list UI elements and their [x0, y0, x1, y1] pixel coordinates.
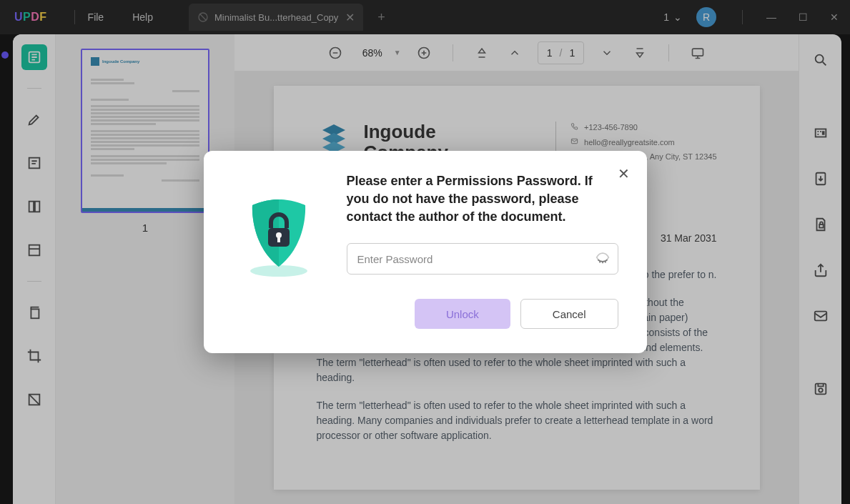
modal-overlay: ✕ Please enter a Permissions Password. I…: [0, 0, 850, 504]
password-modal: ✕ Please enter a Permissions Password. I…: [204, 151, 647, 354]
shield-lock-icon: [232, 172, 325, 280]
toggle-visibility-button[interactable]: [596, 250, 610, 267]
modal-close-button[interactable]: ✕: [618, 165, 630, 182]
svg-rect-23: [277, 237, 280, 242]
password-input[interactable]: [347, 243, 618, 275]
unlock-button[interactable]: Unlock: [415, 299, 510, 329]
cancel-button[interactable]: Cancel: [520, 299, 618, 329]
modal-message: Please enter a Permissions Password. If …: [347, 172, 618, 227]
svg-point-20: [250, 265, 307, 277]
